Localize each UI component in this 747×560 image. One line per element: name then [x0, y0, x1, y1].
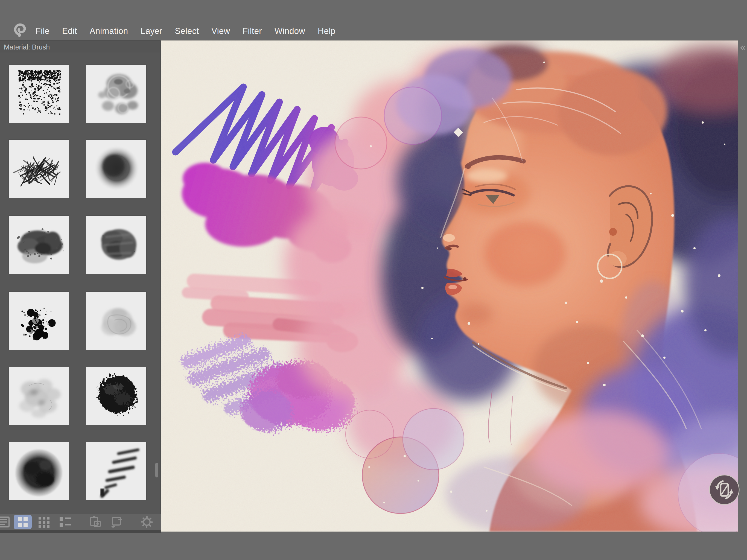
blurred-diagonal-dashes-brush-tip[interactable] — [86, 442, 146, 500]
blurred-stain-outline-brush-tip[interactable] — [86, 65, 146, 123]
large-thumbnail-view-button[interactable] — [14, 515, 32, 529]
menu-item-help[interactable]: Help — [318, 26, 335, 36]
gear-icon — [140, 516, 153, 528]
detail-list-view-button[interactable] — [55, 514, 76, 530]
dark-watercolor-splat-brush-tip[interactable] — [9, 216, 69, 274]
panel-bottom-border — [0, 530, 161, 533]
material-brush-panel: Material: Brush — [0, 41, 161, 533]
menu-items: FileEditAnimationLayerSelectViewFilterWi… — [35, 24, 335, 39]
menu-item-view[interactable]: View — [211, 26, 230, 36]
list-detail-icon — [59, 516, 72, 528]
panel-scrollbar[interactable] — [155, 463, 158, 478]
dissolve-noise-gradient-brush-tip[interactable] — [9, 65, 69, 123]
soft-airbrush-blob-brush-tip[interactable] — [86, 140, 146, 198]
menu-item-file[interactable]: File — [35, 26, 50, 36]
menu-item-animation[interactable]: Animation — [90, 26, 128, 36]
small-thumbnail-view-button[interactable] — [33, 514, 55, 530]
rough-charcoal-blob-brush-tip[interactable] — [86, 367, 146, 425]
clip-studio-logo-icon — [12, 22, 28, 39]
tree-view-button[interactable] — [0, 514, 12, 530]
paste-icon — [89, 516, 102, 528]
transfer-icon — [110, 516, 123, 528]
grid2-icon — [17, 516, 29, 528]
light-smoke-clouds-brush-tip[interactable] — [9, 367, 69, 425]
transfer-material-button[interactable] — [106, 514, 127, 530]
menu-item-window[interactable]: Window — [275, 26, 305, 36]
soft-charcoal-ball-brush-tip[interactable] — [9, 442, 69, 500]
material-panel-header: Material: Brush — [0, 41, 161, 52]
menu-item-select[interactable]: Select — [175, 26, 199, 36]
paste-material-button[interactable] — [85, 514, 106, 530]
collapse-panel-chevron-icon[interactable]: « — [739, 41, 747, 54]
settings-button[interactable] — [136, 514, 157, 530]
grid3-icon — [38, 516, 50, 528]
doc-list-icon — [0, 516, 11, 528]
light-mottled-stain-brush-tip[interactable] — [86, 292, 146, 350]
dark-watercolor-strokes-brush-tip[interactable] — [86, 216, 146, 274]
material-panel-title: Material: Brush — [4, 43, 50, 51]
watercolor-artwork — [161, 41, 738, 532]
ink-splatter-dots-brush-tip[interactable] — [9, 292, 69, 350]
brush-thumbnail-grid — [0, 52, 161, 514]
material-panel-toolbar — [0, 514, 161, 530]
menu-item-filter[interactable]: Filter — [242, 26, 262, 36]
menu-bar: FileEditAnimationLayerSelectViewFilterWi… — [0, 0, 747, 41]
menu-item-layer[interactable]: Layer — [140, 26, 162, 36]
canvas-area[interactable] — [161, 41, 738, 532]
menu-item-edit[interactable]: Edit — [62, 26, 77, 36]
scratchy-hatch-strokes-brush-tip[interactable] — [9, 140, 69, 198]
rotate-canvas-button[interactable] — [708, 474, 741, 506]
clip-studio-paint-window: { "app": { "name_hint": "paint-app", "lo… — [0, 0, 747, 560]
paper-texture — [161, 41, 738, 532]
